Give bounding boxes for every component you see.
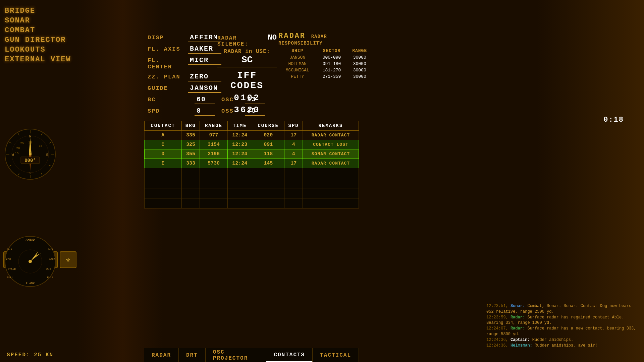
svg-text:E: E [46, 153, 49, 157]
spd-label: SPD [148, 108, 188, 114]
bc-value: 60 [195, 96, 215, 104]
contact-id: A [145, 131, 182, 140]
tab-radar[interactable]: RADAR [144, 348, 179, 362]
table-row: D 355 2196 12:24 118 4 SONAR CONTACT [145, 149, 359, 159]
disp-label: DISP [148, 35, 188, 41]
col-contact: CONTACT [145, 121, 182, 131]
svg-text:FULL: FULL [47, 276, 53, 279]
bottom-tabs: RADAR DRT OSC PROJECTOR CONTACTS TACTICA… [144, 348, 359, 362]
contact-brg: 335 [181, 131, 200, 140]
tab-tactical[interactable]: TACTICAL [313, 348, 359, 362]
nav-gun-director[interactable]: GUN DIRECTOR [5, 36, 71, 44]
responsibility-panel: RADAR RADAR RESPONSIBILITY SHIP SECTOR R… [278, 32, 372, 80]
chat-log: 12:23:51, Sonar: Combat, Sonar: Sonar: C… [486, 303, 641, 347]
iff-title: IFF CODES [217, 70, 277, 91]
table-row: PETTY 271-359 30000 [278, 73, 372, 80]
table-row: E 333 5730 12:24 145 17 RADAR CONTACT [145, 159, 359, 168]
table-row: JANSON 000-090 30000 [278, 54, 372, 61]
contact-time: 12:24 [227, 131, 252, 140]
contacts-table-container: CONTACT BRG RANGE TIME COURSE SPD REMARK… [144, 121, 359, 208]
radar-silence-label: RADAR SILENCE: [217, 35, 262, 47]
svg-text:15: 15 [15, 152, 19, 155]
chat-line: 12:23:59, Radar: Surface radar has regai… [486, 315, 641, 326]
resp-sector: 271-359 [317, 73, 347, 80]
contact-time: 12:23 [227, 140, 252, 149]
contact-range: 3154 [200, 140, 228, 149]
radar-silence-value: NO [268, 34, 277, 42]
contact-time: 12:24 [227, 159, 252, 168]
resp-header: RADAR RADAR RESPONSIBILITY [278, 32, 372, 46]
resp-range: 30000 [347, 73, 372, 80]
svg-text:25: 25 [20, 142, 24, 145]
svg-text:20: 20 [16, 147, 20, 150]
svg-text:1/3: 1/3 [48, 247, 53, 250]
contact-spd: 4 [284, 149, 303, 159]
fl-center-label: FL. CENTER [148, 57, 188, 70]
resp-sector: 091-180 [317, 61, 347, 67]
svg-text:S: S [29, 171, 32, 175]
table-row: C 325 3154 12:23 091 4 CONTACT LOST [145, 140, 359, 149]
resp-ship: JANSON [278, 54, 317, 61]
radar-iff-panel: RADAR SILENCE: NO RADAR in USE: SC IFF C… [213, 34, 277, 115]
contact-brg: 333 [181, 159, 200, 168]
contact-spd: 4 [284, 140, 303, 149]
chat-line: 12:23:51, Sonar: Combat, Sonar: Sonar: C… [486, 303, 641, 315]
spd-value: 8 [195, 107, 215, 116]
col-course: COURSE [252, 121, 284, 131]
resp-ship: PETTY [278, 73, 317, 80]
radar-in-use-label: RADAR in USE: [217, 49, 277, 55]
contact-range: 977 [200, 131, 228, 140]
col-remarks: REMARKS [303, 121, 359, 131]
timer-display: 0:18 [603, 116, 624, 124]
responsibility-table: SHIP SECTOR RANGE JANSON 000-090 30000 H… [278, 48, 372, 80]
resp-col-ship: SHIP [278, 48, 317, 54]
svg-text:BACK: BACK [49, 257, 55, 260]
iff-code-2: 3620 [217, 105, 277, 115]
contact-range: 5730 [200, 159, 228, 168]
nav-bridge[interactable]: BRIDGE [5, 7, 71, 15]
speed-display: SPEED: 25 KN [7, 352, 53, 358]
chat-line: 12:24:36, Helmsman: Rudder amidships, ay… [486, 343, 641, 347]
table-row [145, 188, 359, 198]
svg-text:000°: 000° [24, 158, 36, 163]
contact-id: D [145, 149, 182, 159]
col-time: TIME [227, 121, 252, 131]
col-range: RANGE [200, 121, 228, 131]
svg-text:FULL: FULL [7, 276, 13, 279]
table-row [145, 168, 359, 178]
col-spd: SPD [284, 121, 303, 131]
nav-sonar[interactable]: SONAR [5, 16, 71, 25]
svg-text:AHEAD: AHEAD [25, 238, 35, 242]
bug-icon-btn[interactable]: ⚜ [60, 251, 76, 268]
contacts-table: CONTACT BRG RANGE TIME COURSE SPD REMARK… [144, 121, 359, 208]
tab-contacts[interactable]: CONTACTS [266, 348, 313, 362]
contact-remarks: RADAR CONTACT [303, 131, 359, 140]
contact-id: C [145, 140, 182, 149]
svg-text:2/3: 2/3 [6, 257, 11, 260]
table-row [145, 198, 359, 208]
radar-in-use-value: SC [217, 55, 277, 65]
nav-external-view[interactable]: EXTERNAL VIEW [5, 55, 71, 64]
chat-line: 12:24:07, Radar: Surface radar has a new… [486, 326, 641, 337]
contact-time: 12:24 [227, 149, 252, 159]
tab-osc-projector[interactable]: OSC PROJECTOR [206, 348, 267, 362]
contact-remarks: SONAR CONTACT [303, 149, 359, 159]
left-navigation: BRIDGE SONAR COMBAT GUN DIRECTOR LOOKOUT… [5, 7, 71, 64]
table-row: HOFFMAN 091-180 30000 [278, 61, 372, 67]
nav-lookouts[interactable]: LOOKOUTS [5, 46, 71, 54]
col-brg: BRG [181, 121, 200, 131]
svg-point-25 [29, 153, 32, 156]
table-row: A 335 977 12:24 020 17 RADAR CONTACT [145, 131, 359, 140]
resp-range: 30000 [347, 67, 372, 73]
contact-course: 118 [252, 149, 284, 159]
chat-line: 12:24:36, Captain: Rudder amidships. [486, 337, 641, 343]
nav-combat[interactable]: COMBAT [5, 26, 71, 35]
resp-ship: HOFFMAN [278, 61, 317, 67]
contact-course: 145 [252, 159, 284, 168]
resp-range: 30000 [347, 61, 372, 67]
tab-drt[interactable]: DRT [179, 348, 206, 362]
bc-label: BC [148, 97, 188, 103]
svg-text:35: 35 [39, 144, 43, 148]
iff-code-1: 0102 [217, 93, 277, 103]
svg-text:2/3: 2/3 [46, 267, 51, 270]
